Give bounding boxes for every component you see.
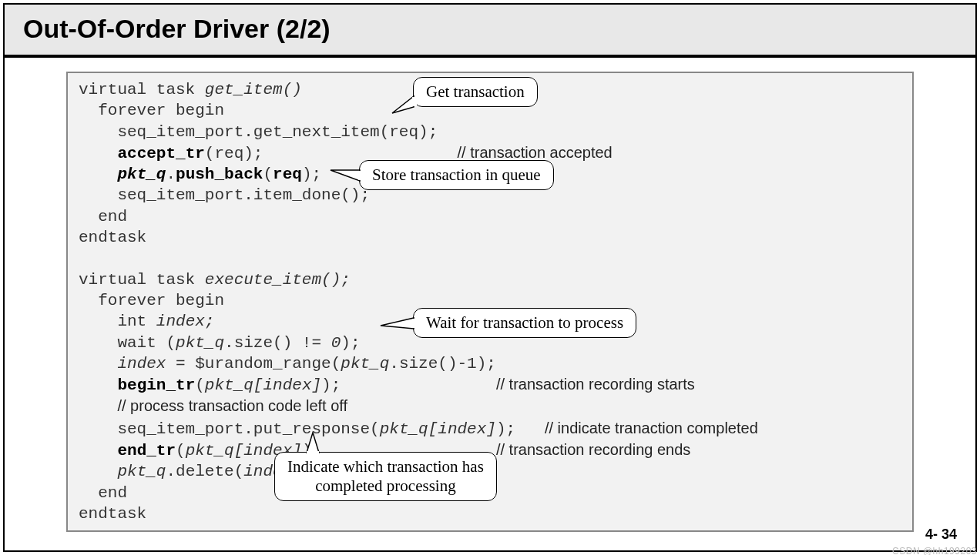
code-text: endtask [79,505,146,523]
callout-tail-icon [379,315,419,333]
callout-get-transaction: Get transaction [413,77,538,107]
code-text: seq_item_port.put_response( [79,420,380,438]
code-text: pkt_q [117,165,166,183]
code-comment: // transaction recording starts [496,376,695,393]
code-text [79,165,117,183]
code-text: pkt_q [117,463,166,480]
code-text: forever begin [79,292,224,309]
content-area: virtual task get_item() forever begin se… [5,58,975,540]
callout-text: Wait for transaction to process [426,313,623,332]
code-text: wait ( [79,334,176,352]
code-text: endtask [79,229,146,246]
callout-text: Store transaction in queue [372,165,541,184]
code-text: seq_item_port.get_next_item(req); [79,123,438,141]
title-bar: Out-Of-Order Driver (2/2) [5,5,975,58]
svg-rect-1 [412,97,417,106]
code-text: execute_item(); [205,271,351,289]
code-text: .size()-1); [389,355,496,373]
code-text: req [273,165,302,183]
code-text: pkt_q [341,355,389,373]
code-text: index; [156,313,215,330]
slide: Out-Of-Order Driver (2/2) virtual task g… [3,3,977,552]
code-text: forever begin [79,102,224,119]
callout-wait-process: Wait for transaction to process [413,308,636,338]
code-text: virtual task [79,271,205,289]
svg-marker-4 [381,318,414,329]
svg-rect-7 [307,451,319,456]
callout-tail-icon [302,431,333,456]
callout-store-queue: Store transaction in queue [359,160,554,190]
code-text: = $urandom_range( [166,355,341,373]
code-text [79,442,117,460]
callout-text: Indicate which transaction has [287,457,484,476]
code-text: end [79,208,127,226]
code-text: ); [341,334,360,352]
code-text: . [166,165,176,183]
code-text: push_back [176,165,263,183]
callout-indicate-complete: Indicate which transaction has completed… [274,452,497,501]
code-text: virtual task [79,81,205,99]
page-number: 4- 34 [925,527,957,543]
watermark: CSDN @hh199203 [892,546,977,555]
svg-marker-6 [307,433,319,453]
code-text: 0 [331,334,341,352]
code-text: begin_tr [117,376,195,394]
code-comment: // transaction accepted [458,144,612,161]
code-text: .size() != [224,334,331,352]
callout-text: Get transaction [426,82,525,101]
code-text: end_tr [117,442,176,460]
callout-tail-icon [329,165,366,187]
code-text: pkt_q[index] [380,420,496,438]
code-comment: // indicate tranaction completed [545,420,758,436]
code-text: index [117,355,166,373]
code-text: .delete( [166,463,243,480]
svg-marker-2 [331,170,360,181]
code-comment: // process transaction code left off [117,397,347,414]
code-text [79,145,117,162]
code-text [79,376,117,394]
code-text: ( [195,376,205,394]
svg-rect-5 [412,319,417,328]
svg-rect-3 [358,171,363,180]
svg-marker-0 [392,96,414,113]
code-text: seq_item_port.item_done(); [79,186,370,204]
code-text: accept_tr [117,145,204,162]
code-text: ); [496,420,545,438]
code-text: int [79,313,156,330]
code-text: pkt_q [176,334,224,352]
code-text [79,463,117,480]
code-text: pkt_q[index] [205,376,321,394]
code-text: end [79,484,127,502]
code-text: ( [176,442,186,460]
callout-text: completed processing [315,476,456,495]
code-comment: // transaction recording ends [496,441,690,458]
code-text: ); [302,165,321,183]
code-text: ( [263,165,273,183]
callout-tail-icon [391,93,421,116]
code-text: ); [321,376,496,394]
code-text [79,355,117,373]
slide-title: Out-Of-Order Driver (2/2) [23,14,957,44]
code-text: get_item() [205,81,302,99]
code-text [79,398,117,416]
